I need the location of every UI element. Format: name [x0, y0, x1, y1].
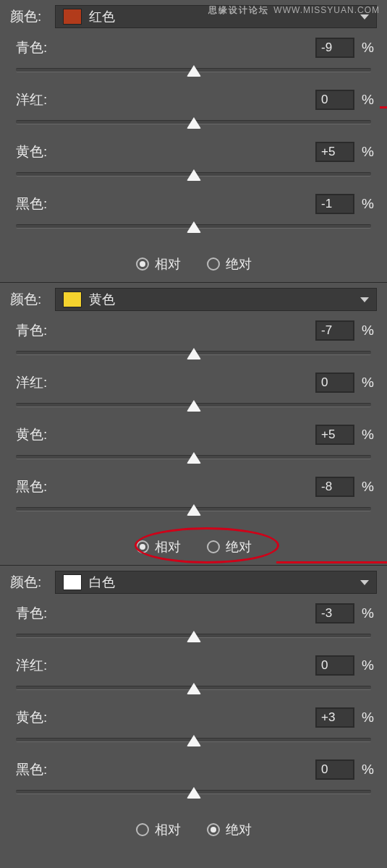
chevron-down-icon: [360, 297, 369, 302]
mode-radio-group: 相对 绝对: [9, 246, 378, 282]
color-dropdown-yellow[interactable]: 黄色: [55, 288, 377, 311]
percent-label: %: [362, 40, 374, 56]
cyan-label: 青色:: [16, 604, 47, 623]
cyan-value-input[interactable]: [315, 38, 354, 58]
selective-color-section-red: 颜色: 红色 青色: % 洋红: %: [0, 0, 387, 282]
black-value-input[interactable]: [315, 477, 354, 497]
color-label: 颜色:: [10, 290, 45, 309]
percent-label: %: [362, 658, 374, 673]
cyan-slider[interactable]: [12, 346, 375, 365]
watermark-text: 思缘设计论坛WWW.MISSYUAN.COM: [208, 4, 380, 17]
yellow-value-input[interactable]: [315, 707, 354, 728]
slider-thumb-icon: [187, 65, 201, 77]
color-label: 颜色:: [10, 7, 45, 26]
yellow-label: 黄色:: [16, 142, 47, 161]
color-dropdown-white[interactable]: 白色: [55, 571, 377, 594]
yellow-slider[interactable]: [12, 168, 375, 187]
black-slider[interactable]: [12, 503, 375, 522]
radio-absolute[interactable]: 绝对: [207, 821, 252, 838]
cyan-slider[interactable]: [12, 629, 375, 648]
magenta-value-input[interactable]: [315, 373, 354, 393]
radio-relative[interactable]: 相对: [136, 255, 181, 273]
yellow-label: 黄色:: [16, 425, 47, 444]
radio-absolute[interactable]: 绝对: [207, 255, 252, 273]
selective-color-section-yellow: 颜色: 黄色 青色: % 洋红: %: [0, 283, 387, 565]
selective-color-section-white: 颜色: 白色 青色: % 洋红: %: [0, 566, 387, 848]
percent-label: %: [362, 710, 374, 726]
chevron-down-icon: [360, 580, 369, 585]
magenta-slider[interactable]: [12, 399, 375, 417]
color-swatch-red: [63, 9, 82, 25]
slider-thumb-icon: [187, 169, 201, 181]
percent-label: %: [362, 196, 374, 212]
slider-thumb-icon: [187, 504, 201, 516]
radio-relative[interactable]: 相对: [136, 538, 181, 556]
slider-thumb-icon: [187, 631, 201, 642]
slider-thumb-icon: [187, 400, 201, 412]
radio-icon: [207, 258, 220, 271]
black-slider[interactable]: [12, 220, 375, 239]
slider-thumb-icon: [187, 348, 201, 359]
radio-relative[interactable]: 相对: [136, 821, 181, 838]
magenta-slider[interactable]: [12, 116, 375, 135]
black-value-input[interactable]: [315, 194, 354, 214]
color-name: 白色: [89, 574, 369, 591]
magenta-slider[interactable]: [12, 681, 375, 700]
magenta-label: 洋红:: [16, 373, 47, 392]
black-slider[interactable]: [12, 786, 375, 804]
black-label: 黑色:: [16, 195, 47, 213]
color-swatch-yellow: [63, 292, 82, 307]
cyan-slider[interactable]: [12, 64, 375, 82]
percent-label: %: [362, 605, 374, 621]
percent-label: %: [362, 427, 374, 443]
slider-thumb-icon: [187, 452, 201, 464]
mode-radio-group: 相对 绝对: [9, 529, 378, 565]
color-name: 黄色: [89, 291, 369, 308]
yellow-slider[interactable]: [12, 451, 375, 469]
black-label: 黑色:: [16, 477, 47, 496]
cyan-value-input[interactable]: [315, 603, 354, 624]
percent-label: %: [362, 375, 374, 391]
slider-thumb-icon: [187, 117, 201, 129]
slider-thumb-icon: [187, 221, 201, 233]
percent-label: %: [362, 92, 374, 108]
magenta-label: 洋红:: [16, 90, 47, 109]
radio-icon: [136, 258, 149, 271]
cyan-value-input[interactable]: [315, 320, 354, 341]
color-label: 颜色:: [10, 573, 45, 592]
slider-thumb-icon: [187, 787, 201, 799]
radio-icon: [136, 823, 149, 836]
color-swatch-white: [63, 574, 82, 590]
slider-thumb-icon: [187, 735, 201, 746]
percent-label: %: [362, 144, 374, 160]
mode-radio-group: 相对 绝对: [9, 812, 378, 848]
magenta-label: 洋红:: [16, 656, 47, 675]
percent-label: %: [362, 479, 374, 495]
cyan-label: 青色:: [16, 321, 47, 340]
black-label: 黑色:: [16, 760, 47, 779]
magenta-value-input[interactable]: [315, 90, 354, 110]
slider-thumb-icon: [187, 683, 201, 694]
yellow-slider[interactable]: [12, 733, 375, 752]
yellow-value-input[interactable]: [315, 142, 354, 162]
yellow-value-input[interactable]: [315, 425, 354, 445]
magenta-value-input[interactable]: [315, 655, 354, 676]
radio-icon: [207, 823, 220, 836]
radio-absolute[interactable]: 绝对: [207, 538, 252, 556]
radio-icon: [207, 540, 220, 553]
percent-label: %: [362, 762, 374, 778]
yellow-label: 黄色:: [16, 708, 47, 727]
black-value-input[interactable]: [315, 760, 354, 780]
radio-icon: [136, 540, 149, 553]
cyan-label: 青色:: [16, 38, 47, 57]
percent-label: %: [362, 323, 374, 339]
